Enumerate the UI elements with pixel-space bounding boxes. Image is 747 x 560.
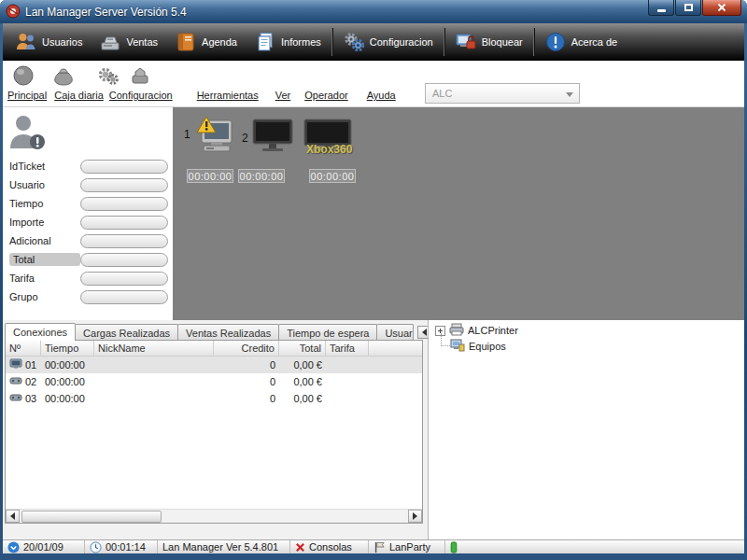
chevron-down-icon (566, 92, 573, 97)
table-row[interactable]: 03 00:00:00 0 0,00 € (6, 390, 422, 407)
field-value-box (80, 178, 168, 192)
field-label: IdTicket (9, 161, 80, 172)
toolbar-separator (444, 28, 444, 56)
lock-screen-icon (455, 31, 477, 53)
status-connection-panel (445, 540, 470, 553)
menu-item-herramientas[interactable]: Herramientas (197, 90, 259, 101)
toolbar-item-usuarios[interactable]: Usuarios (7, 23, 91, 61)
status-date: 20/01/09 (23, 541, 63, 553)
cell-nickname (94, 373, 214, 390)
toolbar-separator (533, 28, 534, 56)
column-header-nickname[interactable]: NickName (94, 341, 214, 356)
status-consoles: Consolas (309, 541, 352, 553)
maximize-button[interactable] (675, 0, 701, 16)
table-row[interactable]: 01 00:00:00 0 0,00 € (6, 357, 422, 373)
minimize-button[interactable] (648, 0, 674, 16)
scroll-left-button[interactable] (6, 510, 20, 523)
cell-tarifa (326, 373, 369, 390)
toolbar-label: Usuarios (42, 36, 82, 48)
toolbar-item-agenda[interactable]: Agenda (166, 23, 246, 61)
cell-credito: 0 (214, 390, 279, 407)
menu-item-configuracion[interactable]: Configuracion (109, 90, 173, 101)
tab-label: Conexiones (13, 327, 67, 338)
toolbar-item-bloquear[interactable]: Bloquear (446, 23, 531, 61)
horizontal-scrollbar[interactable] (6, 509, 422, 523)
clock-icon (90, 541, 102, 553)
table-row[interactable]: 02 00:00:00 0 0,00 € (6, 373, 422, 390)
computer-icon (450, 339, 465, 354)
toolbar-item-acerca-de[interactable]: Acerca de (536, 23, 627, 61)
toolbar-item-informes[interactable]: Informes (246, 23, 330, 61)
toolbar-item-ventas[interactable]: Ventas (91, 23, 166, 61)
field-value-box (80, 160, 168, 174)
scrollbar-thumb[interactable] (21, 511, 162, 523)
tab-ventas-realizadas[interactable]: Ventas Realizadas (177, 324, 279, 341)
menu-item-principal[interactable]: Principal (7, 90, 47, 101)
app-icon (6, 4, 21, 21)
toolbar-separator (331, 28, 332, 56)
window-controls (647, 0, 741, 16)
user-status-icon (8, 113, 46, 152)
sessions-panel: Conexiones Cargas Realizadas Ventas Real… (3, 320, 428, 539)
cell-tarifa (326, 357, 369, 373)
column-header-no[interactable]: Nº (6, 341, 41, 356)
field-row-tiempo: Tiempo (3, 194, 173, 213)
alc-combobox[interactable]: ALC (425, 83, 580, 104)
gears-icon (343, 31, 365, 53)
printer-icon (449, 323, 464, 338)
tab-label: Tiempo de espera (287, 328, 369, 339)
toolbar-label: Ventas (126, 36, 158, 48)
menu-item-ayuda[interactable]: Ayuda (367, 90, 396, 101)
column-header-filler (369, 341, 422, 356)
toolbar-label: Configuracion (370, 36, 433, 48)
machine-number: 2 (242, 132, 248, 145)
ticket-fields: IdTicket Usuario Tiempo Importe Adiciona… (3, 157, 173, 306)
cell-nickname (94, 357, 214, 373)
toolbar-label: Informes (281, 36, 321, 48)
field-row-adicional: Adicional (3, 231, 173, 250)
titlebar[interactable]: Lan Manager Server Versión 5.4 (0, 0, 747, 23)
cell-total: 0,00 € (279, 373, 326, 390)
connections-table: Nº Tiempo NickName Credito Total Tarifa … (5, 340, 423, 524)
error-x-icon (295, 542, 305, 553)
tab-cargas-realizadas[interactable]: Cargas Realizadas (75, 324, 178, 341)
machine-2[interactable]: 2 (242, 119, 293, 156)
status-version: Lan Manager Ver 5.4.801 (162, 541, 278, 553)
field-row-usuario: Usuario (3, 175, 173, 194)
close-button[interactable] (702, 0, 741, 16)
column-header-credito[interactable]: Credito (214, 341, 279, 356)
field-label: Tarifa (9, 273, 80, 284)
toolbar-label: Acerca de (571, 36, 618, 48)
tab-conexiones[interactable]: Conexiones (5, 323, 76, 341)
column-header-tiempo[interactable]: Tiempo (41, 341, 94, 356)
toolbar-item-configuracion[interactable]: Configuracion (334, 23, 442, 61)
field-value-box (80, 197, 168, 211)
cell-no: 01 (25, 359, 36, 371)
field-label: Importe (9, 217, 80, 228)
column-header-tarifa[interactable]: Tarifa (326, 341, 369, 356)
menu-item-operador[interactable]: Operador (304, 90, 347, 101)
flag-icon (374, 541, 386, 553)
tree-item-equipos[interactable]: Equipos (450, 339, 744, 354)
console-icon (9, 375, 22, 388)
scroll-right-button[interactable] (408, 510, 422, 523)
tab-tiempo-de-espera[interactable]: Tiempo de espera (278, 324, 377, 341)
tab-usuarios[interactable]: Usuar (376, 324, 414, 341)
menu-item-ver[interactable]: Ver (275, 90, 291, 101)
field-row-tarifa: Tarifa (3, 269, 173, 287)
status-time-panel: 00:01:14 (85, 540, 158, 553)
tab-label: Ventas Realizadas (186, 328, 271, 339)
console-icon (9, 392, 22, 405)
column-header-total[interactable]: Total (279, 341, 326, 356)
minimize-icon (657, 9, 666, 12)
machines-workspace: 1 00:00:00 2 00:00:00 Xbox360 00:00:00 (173, 107, 744, 320)
field-label: Adicional (9, 235, 80, 246)
green-led-icon (450, 541, 458, 553)
tree-item-alcprinter[interactable]: ALCPrinter (435, 323, 744, 338)
arrow-left-icon (10, 512, 15, 520)
menu-item-caja-diaria[interactable]: Caja diaria (54, 90, 104, 101)
status-time: 00:01:14 (106, 541, 146, 553)
status-date-panel: 20/01/09 (3, 540, 85, 553)
machine-1[interactable]: 1 (184, 115, 239, 160)
field-row-idticket: IdTicket (3, 157, 173, 175)
